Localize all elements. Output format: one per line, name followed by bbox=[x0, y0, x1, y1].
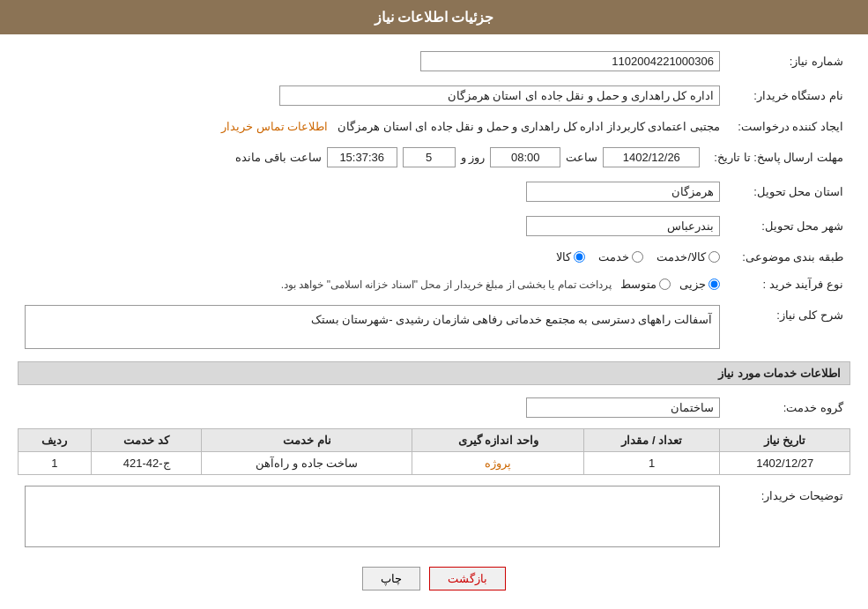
col-service-name: نام خدمت bbox=[202, 429, 412, 452]
purchase-type-row: نوع فرآیند خرید : جزیی متوسط پرداخت تمام… bbox=[18, 274, 850, 294]
button-row: بازگشت چاپ bbox=[18, 567, 850, 590]
buyer-comments-section: توضیحات خریدار: bbox=[18, 482, 850, 553]
table-row: 1402/12/27 1 پروژه ساخت جاده و راه‌آهن ج… bbox=[19, 452, 850, 475]
col-row-num: ردیف bbox=[19, 429, 92, 452]
cell-row-num: 1 bbox=[19, 452, 92, 475]
buyer-comments-field[interactable] bbox=[25, 486, 720, 547]
deadline-value: 1402/12/26 ساعت 08:00 روز و 5 15:37:36 س… bbox=[18, 144, 707, 171]
creator-label: ایجاد کننده درخواست: bbox=[727, 116, 850, 137]
category-kala-option[interactable]: کالا bbox=[556, 250, 585, 264]
category-kala-khedmat-option[interactable]: کالا/خدمت bbox=[657, 250, 720, 264]
buyer-org-value: اداره کل راهداری و حمل و نقل جاده ای است… bbox=[18, 82, 727, 109]
province-row: استان محل تحویل: هرمزگان bbox=[18, 178, 850, 205]
category-khedmat-label: خدمت bbox=[598, 250, 629, 264]
buyer-comments-label: توضیحات خریدار: bbox=[727, 482, 850, 553]
page-title: جزئیات اطلاعات نیاز bbox=[375, 10, 494, 25]
city-field: بندرعباس bbox=[526, 216, 720, 236]
services-table-header: تاریخ نیاز تعداد / مقدار واحد اندازه گیر… bbox=[19, 429, 850, 452]
province-label: استان محل تحویل: bbox=[727, 178, 850, 205]
cell-unit: پروژه bbox=[412, 452, 584, 475]
category-kala-khedmat-radio[interactable] bbox=[708, 251, 720, 263]
purchase-type-label: نوع فرآیند خرید : bbox=[727, 274, 850, 294]
request-number-field: 1102004221000306 bbox=[420, 51, 720, 71]
purchase-motavaset-radio[interactable] bbox=[659, 279, 671, 290]
deadline-time-field: 08:00 bbox=[490, 147, 560, 167]
col-unit: واحد اندازه گیری bbox=[412, 429, 584, 452]
page-header: جزئیات اطلاعات نیاز bbox=[0, 0, 868, 34]
service-group-field: ساختمان bbox=[526, 397, 720, 418]
service-group-label: گروه خدمت: bbox=[727, 394, 850, 421]
category-label: طبقه بندی موضوعی: bbox=[727, 247, 850, 267]
category-khedmat-radio[interactable] bbox=[632, 251, 643, 263]
description-field: آسفالت راههای دسترسی به مجتمع خدماتی رفا… bbox=[25, 305, 720, 349]
city-label: شهر محل تحویل: bbox=[727, 212, 850, 240]
deadline-row: مهلت ارسال پاسخ: تا تاریخ: 1402/12/26 سا… bbox=[18, 144, 850, 171]
service-group-row: گروه خدمت: ساختمان bbox=[18, 394, 850, 421]
buyer-org-field: اداره کل راهداری و حمل و نقل جاده ای است… bbox=[279, 85, 720, 106]
deadline-days-label: روز و bbox=[461, 151, 486, 164]
description-label: شرح کلی نیاز: bbox=[727, 301, 850, 353]
province-field: هرمزگان bbox=[526, 182, 720, 202]
creator-row: ایجاد کننده درخواست: مجتبی اعتمادی کاربر… bbox=[18, 116, 850, 137]
cell-date: 1402/12/27 bbox=[720, 452, 850, 475]
col-quantity: تعداد / مقدار bbox=[584, 429, 720, 452]
purchase-motavaset-label: متوسط bbox=[620, 278, 657, 291]
purchase-jozi-option[interactable]: جزیی bbox=[679, 278, 720, 291]
deadline-time-label: ساعت bbox=[566, 151, 597, 164]
content-area: شماره نیاز: 1102004221000306 نام دستگاه … bbox=[0, 34, 868, 609]
col-service-code: کد خدمت bbox=[91, 429, 202, 452]
cell-service-name: ساخت جاده و راه‌آهن bbox=[202, 452, 412, 475]
category-kala-radio[interactable] bbox=[574, 251, 585, 263]
creator-contact-link[interactable]: اطلاعات تماس خریدار bbox=[221, 120, 328, 133]
buyer-org-label: نام دستگاه خریدار: bbox=[727, 82, 850, 109]
purchase-type-radio-group: جزیی متوسط پرداخت تمام یا بخشی از مبلغ خ… bbox=[25, 278, 720, 291]
purchase-jozi-radio[interactable] bbox=[708, 279, 720, 290]
description-section: شرح کلی نیاز: آسفالت راههای دسترسی به مج… bbox=[18, 301, 850, 353]
category-khedmat-option[interactable]: خدمت bbox=[598, 250, 643, 264]
province-value: هرمزگان bbox=[18, 178, 727, 205]
cell-service-code: ج-42-421 bbox=[91, 452, 202, 475]
category-kala-label: کالا bbox=[556, 250, 571, 264]
service-group-value: ساختمان bbox=[18, 394, 727, 421]
category-kala-khedmat-label: کالا/خدمت bbox=[657, 250, 706, 264]
deadline-fields: 1402/12/26 ساعت 08:00 روز و 5 15:37:36 س… bbox=[25, 147, 700, 167]
print-button[interactable]: چاپ bbox=[362, 567, 420, 590]
deadline-label: مهلت ارسال پاسخ: تا تاریخ: bbox=[707, 144, 850, 171]
deadline-date-field: 1402/12/26 bbox=[603, 147, 700, 167]
creator-value: مجتبی اعتمادی کاربرداز اداره کل راهداری … bbox=[18, 116, 727, 137]
category-options: کالا/خدمت خدمت کالا bbox=[18, 247, 727, 267]
request-number-row: شماره نیاز: 1102004221000306 bbox=[18, 48, 850, 75]
purchase-jozi-label: جزیی bbox=[679, 278, 706, 291]
services-table: تاریخ نیاز تعداد / مقدار واحد اندازه گیر… bbox=[18, 428, 850, 475]
page-wrapper: جزئیات اطلاعات نیاز شماره نیاز: 11020042… bbox=[0, 0, 868, 609]
creator-name: مجتبی اعتمادی کاربرداز اداره کل راهداری … bbox=[338, 120, 720, 133]
category-row: طبقه بندی موضوعی: کالا/خدمت خدمت bbox=[18, 247, 850, 267]
request-number-label: شماره نیاز: bbox=[727, 48, 850, 75]
request-number-value: 1102004221000306 bbox=[18, 48, 727, 75]
cell-quantity: 1 bbox=[584, 452, 720, 475]
purchase-motavaset-option[interactable]: متوسط bbox=[620, 278, 671, 291]
services-section-title: اطلاعات خدمات مورد نیاز bbox=[18, 361, 850, 385]
city-value: بندرعباس bbox=[18, 212, 727, 240]
buyer-comments-value bbox=[18, 482, 727, 553]
col-date: تاریخ نیاز bbox=[720, 429, 850, 452]
purchase-type-options: جزیی متوسط پرداخت تمام یا بخشی از مبلغ خ… bbox=[18, 274, 727, 294]
back-button[interactable]: بازگشت bbox=[429, 567, 506, 590]
city-row: شهر محل تحویل: بندرعباس bbox=[18, 212, 850, 240]
remaining-time-field: 15:37:36 bbox=[327, 147, 397, 167]
remaining-time-label: ساعت باقی مانده bbox=[235, 151, 321, 164]
category-radio-group: کالا/خدمت خدمت کالا bbox=[25, 250, 720, 264]
deadline-days-field: 5 bbox=[403, 147, 456, 167]
purchase-note: پرداخت تمام یا بخشی از مبلغ خریدار از مح… bbox=[281, 279, 612, 291]
buyer-org-row: نام دستگاه خریدار: اداره کل راهداری و حم… bbox=[18, 82, 850, 109]
description-value: آسفالت راههای دسترسی به مجتمع خدماتی رفا… bbox=[18, 301, 727, 353]
